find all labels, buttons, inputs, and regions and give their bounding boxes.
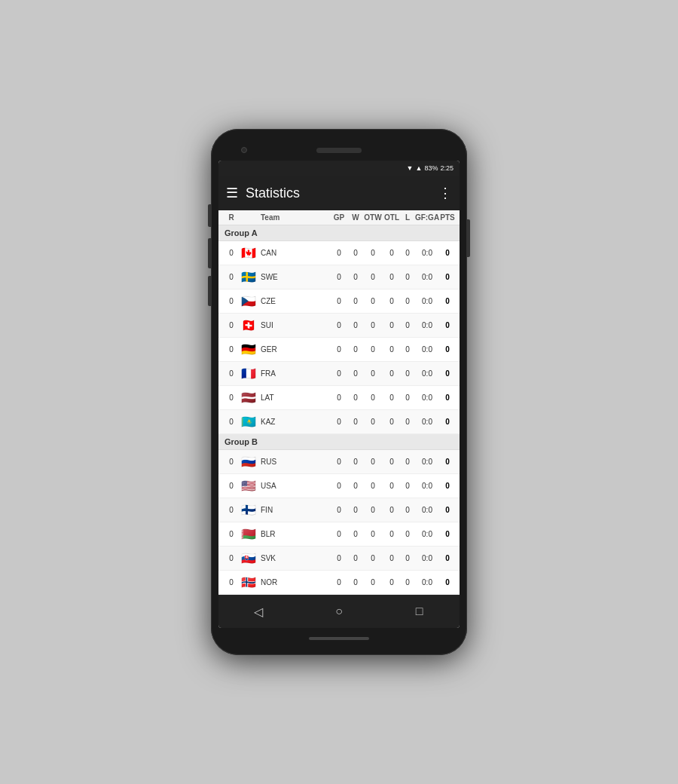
phone-device: ▼ ▲ 83% 2:25 ☰ Statistics ⋮ R Team GP W …: [211, 129, 467, 655]
recents-button[interactable]: □: [405, 600, 435, 623]
team-name: CZE: [261, 297, 330, 305]
team-gf: 0:0: [414, 530, 440, 538]
team-flag: 🇨🇦: [240, 247, 261, 259]
team-flag: 🇸🇰: [240, 553, 261, 565]
header-otw: OTW: [363, 213, 383, 222]
team-otl: 0: [383, 578, 401, 586]
team-rank: 0: [223, 321, 240, 329]
team-pts: 0: [440, 345, 455, 354]
team-flag: 🇫🇮: [240, 504, 261, 516]
team-flag: 🇩🇪: [240, 344, 261, 356]
team-otw: 0: [363, 321, 383, 329]
team-gp: 0: [330, 578, 348, 586]
team-w: 0: [348, 418, 363, 426]
team-otw: 0: [363, 578, 383, 586]
header-pts: PTS: [440, 213, 455, 222]
team-l: 0: [401, 578, 414, 586]
team-flag: 🇷🇺: [240, 456, 261, 468]
home-button[interactable]: ○: [324, 600, 354, 623]
menu-icon[interactable]: ☰: [226, 185, 238, 201]
table-row[interactable]: 0 🇸🇰 SVK 0 0 0 0 0 0:0 0: [218, 547, 460, 571]
team-pts: 0: [440, 578, 455, 586]
team-gp: 0: [330, 418, 348, 426]
table-row[interactable]: 0 🇳🇴 NOR 0 0 0 0 0 0:0 0: [218, 571, 460, 595]
team-l: 0: [401, 297, 414, 305]
team-l: 0: [401, 482, 414, 490]
team-l: 0: [401, 530, 414, 538]
team-rank: 0: [223, 530, 240, 538]
team-name: LAT: [261, 394, 330, 402]
team-otw: 0: [363, 418, 383, 426]
team-name: FIN: [261, 506, 330, 514]
app-toolbar: ☰ Statistics ⋮: [218, 176, 460, 210]
header-l: L: [401, 213, 414, 222]
front-camera: [241, 147, 247, 153]
team-w: 0: [348, 345, 363, 354]
team-otl: 0: [383, 321, 401, 329]
signal-icon: ▲: [416, 164, 423, 172]
team-flag: 🇺🇸: [240, 480, 261, 492]
team-gp: 0: [330, 273, 348, 281]
team-l: 0: [401, 345, 414, 354]
team-pts: 0: [440, 482, 455, 490]
team-gp: 0: [330, 394, 348, 402]
table-content[interactable]: Group A 0 🇨🇦 CAN 0 0 0 0 0 0:0 0 0 🇸🇪 SW…: [218, 225, 460, 595]
table-row[interactable]: 0 🇸🇪 SWE 0 0 0 0 0 0:0 0: [218, 265, 460, 289]
team-w: 0: [348, 369, 363, 378]
team-name: NOR: [261, 578, 330, 586]
speaker: [316, 148, 362, 153]
team-gf: 0:0: [414, 249, 440, 257]
status-bar: ▼ ▲ 83% 2:25: [218, 161, 460, 176]
table-row[interactable]: 0 🇨🇭 SUI 0 0 0 0 0 0:0 0: [218, 314, 460, 338]
clock: 2:25: [440, 164, 454, 172]
table-row[interactable]: 0 🇫🇮 FIN 0 0 0 0 0 0:0 0: [218, 498, 460, 522]
team-rank: 0: [223, 458, 240, 466]
table-row[interactable]: 0 🇨🇿 CZE 0 0 0 0 0 0:0 0: [218, 289, 460, 314]
team-name: BLR: [261, 530, 330, 538]
team-flag: 🇳🇴: [240, 577, 261, 589]
team-flag: 🇨🇭: [240, 320, 261, 332]
team-flag: 🇨🇿: [240, 296, 261, 308]
more-options-icon[interactable]: ⋮: [438, 185, 452, 201]
team-w: 0: [348, 394, 363, 402]
team-w: 0: [348, 458, 363, 466]
team-rank: 0: [223, 506, 240, 514]
table-row[interactable]: 0 🇱🇻 LAT 0 0 0 0 0 0:0 0: [218, 386, 460, 410]
team-otl: 0: [383, 458, 401, 466]
team-otw: 0: [363, 273, 383, 281]
team-gf: 0:0: [414, 554, 440, 562]
team-gp: 0: [330, 249, 348, 257]
table-header: R Team GP W OTW OTL L GF:GA PTS: [218, 210, 460, 225]
team-gp: 0: [330, 345, 348, 354]
team-otw: 0: [363, 297, 383, 305]
team-l: 0: [401, 369, 414, 378]
table-row[interactable]: 0 🇺🇸 USA 0 0 0 0 0 0:0 0: [218, 474, 460, 498]
team-gf: 0:0: [414, 394, 440, 402]
team-otl: 0: [383, 554, 401, 562]
table-row[interactable]: 0 🇫🇷 FRA 0 0 0 0 0 0:0 0: [218, 362, 460, 386]
table-row[interactable]: 0 🇩🇪 GER 0 0 0 0 0 0:0 0: [218, 338, 460, 362]
team-w: 0: [348, 249, 363, 257]
team-l: 0: [401, 394, 414, 402]
team-rank: 0: [223, 418, 240, 426]
team-gf: 0:0: [414, 482, 440, 490]
back-button[interactable]: ◁: [243, 600, 273, 623]
team-rank: 0: [223, 394, 240, 402]
team-otw: 0: [363, 345, 383, 354]
team-w: 0: [348, 297, 363, 305]
team-otl: 0: [383, 530, 401, 538]
table-row[interactable]: 0 🇨🇦 CAN 0 0 0 0 0 0:0 0: [218, 241, 460, 265]
team-rank: 0: [223, 554, 240, 562]
team-name: SUI: [261, 321, 330, 329]
table-row[interactable]: 0 🇰🇿 KAZ 0 0 0 0 0 0:0 0: [218, 410, 460, 434]
team-name: SWE: [261, 273, 330, 281]
team-pts: 0: [440, 418, 455, 426]
team-gp: 0: [330, 530, 348, 538]
team-rank: 0: [223, 345, 240, 354]
team-otw: 0: [363, 458, 383, 466]
header-gf: GF:GA: [414, 213, 440, 222]
battery-text: 83%: [424, 164, 438, 172]
table-row[interactable]: 0 🇧🇾 BLR 0 0 0 0 0 0:0 0: [218, 522, 460, 547]
team-gf: 0:0: [414, 273, 440, 281]
table-row[interactable]: 0 🇷🇺 RUS 0 0 0 0 0 0:0 0: [218, 450, 460, 474]
